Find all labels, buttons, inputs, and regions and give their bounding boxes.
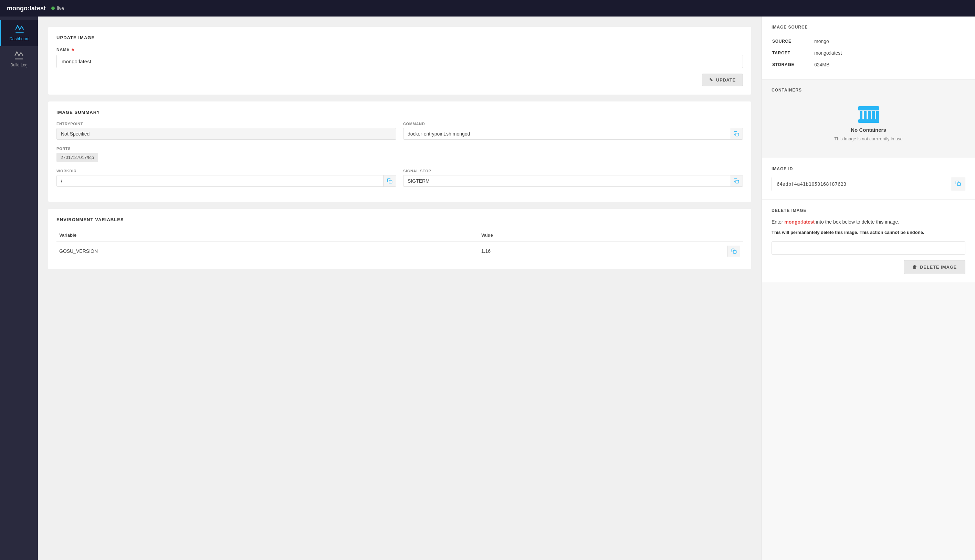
entrypoint-field: ENTRYPOINT Not Specified xyxy=(57,122,396,140)
delete-image-button[interactable]: 🗑 DELETE IMAGE xyxy=(904,260,965,274)
signal-stop-field: SIGNAL STOP SIGTERM xyxy=(403,169,743,187)
sidebar-item-build-log[interactable]: Build Log xyxy=(0,46,38,72)
source-value: mongo:latest xyxy=(814,47,965,58)
source-row: STORAGE 624MB xyxy=(772,59,965,70)
delete-warning: This will permanantely delete this image… xyxy=(771,229,965,236)
image-id-copy-button[interactable] xyxy=(951,177,965,191)
trash-icon: 🗑 xyxy=(912,265,917,270)
image-id-title: IMAGE ID xyxy=(771,167,965,171)
containers-title: CONTAINERS xyxy=(771,88,965,93)
source-label: STORAGE xyxy=(772,59,814,70)
build-log-icon xyxy=(14,51,24,60)
name-label: NAME ★ xyxy=(57,47,743,52)
name-input[interactable] xyxy=(57,55,743,68)
svg-rect-12 xyxy=(858,119,879,123)
delete-image-name: mongo:latest xyxy=(784,219,814,225)
workdir-label: WORKDIR xyxy=(57,169,396,173)
left-panel: UPDATE IMAGE NAME ★ ✎ UPDATE IMAGE SUMMA… xyxy=(38,17,761,560)
col-value: Value xyxy=(478,229,743,242)
signal-stop-label: SIGNAL STOP xyxy=(403,169,743,173)
svg-rect-3 xyxy=(389,180,392,183)
source-value: mongo xyxy=(814,36,965,47)
env-variables-section: ENVIRONMENT VARIABLES Variable Value GOS… xyxy=(48,209,751,269)
workdir-value-box: / xyxy=(57,175,396,187)
signal-stop-copy-button[interactable] xyxy=(730,175,743,187)
copy-icon xyxy=(731,248,737,254)
entrypoint-value: Not Specified xyxy=(57,128,396,140)
workdir-value: / xyxy=(57,175,383,187)
delete-confirm-input[interactable] xyxy=(771,242,965,255)
ports-section: PORTS 27017:27017/tcp xyxy=(57,147,743,162)
right-panel: IMAGE SOURCE SOURCE mongo TARGET mongo:l… xyxy=(761,17,975,560)
image-source-section: IMAGE SOURCE SOURCE mongo TARGET mongo:l… xyxy=(762,17,975,80)
copy-icon xyxy=(734,178,739,184)
page-title: mongo:latest xyxy=(7,5,46,12)
signal-stop-value: SIGTERM xyxy=(403,175,730,187)
sidebar: Dashboard Build Log xyxy=(0,17,38,560)
content-area: UPDATE IMAGE NAME ★ ✎ UPDATE IMAGE SUMMA… xyxy=(38,17,975,560)
entrypoint-command-grid: ENTRYPOINT Not Specified COMMAND docker-… xyxy=(57,122,743,140)
source-row: TARGET mongo:latest xyxy=(772,47,965,58)
env-table: Variable Value GOSU_VERSION 1.16 xyxy=(57,229,743,261)
delete-desc-suffix: into the box below to delete this image. xyxy=(814,219,899,225)
workdir-signal-grid: WORKDIR / SIGNAL STOP xyxy=(57,169,743,187)
svg-rect-2 xyxy=(736,133,739,136)
table-row: GOSU_VERSION 1.16 xyxy=(57,242,743,261)
live-label: live xyxy=(57,5,64,11)
dashboard-icon xyxy=(15,25,25,34)
command-value-box: docker-entrypoint.sh mongod xyxy=(403,128,743,140)
image-summary-title: IMAGE SUMMARY xyxy=(57,110,743,115)
workdir-copy-button[interactable] xyxy=(383,175,396,187)
topbar: mongo:latest live xyxy=(0,0,975,17)
env-variables-title: ENVIRONMENT VARIABLES xyxy=(57,217,743,222)
svg-rect-6 xyxy=(858,106,879,110)
update-image-title: UPDATE IMAGE xyxy=(57,35,743,40)
command-value: docker-entrypoint.sh mongod xyxy=(403,128,730,139)
col-variable: Variable xyxy=(57,229,478,242)
required-star: ★ xyxy=(71,47,75,52)
update-icon: ✎ xyxy=(709,77,713,83)
source-row: SOURCE mongo xyxy=(772,36,965,47)
svg-rect-5 xyxy=(733,250,736,253)
copy-icon xyxy=(387,178,393,184)
delete-description: Enter mongo:latest into the box below to… xyxy=(771,218,965,226)
image-id-box: 64adbf4a41b1050168f87623 xyxy=(771,177,965,191)
env-value-cell: 1.16 xyxy=(481,246,740,257)
source-table: SOURCE mongo TARGET mongo:latest STORAGE… xyxy=(771,35,965,71)
svg-rect-4 xyxy=(736,180,739,183)
ports-label: PORTS xyxy=(57,147,743,151)
env-value: 1.16 xyxy=(481,248,727,254)
no-containers: No Containers This image is not currrren… xyxy=(771,98,965,150)
no-containers-subtitle: This image is not currrrently in use xyxy=(834,136,903,142)
delete-desc-prefix: Enter xyxy=(771,219,784,225)
containers-section: CONTAINERS No Containers This image is n… xyxy=(762,80,975,158)
source-label: SOURCE xyxy=(772,36,814,47)
copy-icon xyxy=(955,181,961,186)
command-copy-button[interactable] xyxy=(730,128,743,139)
image-source-title: IMAGE SOURCE xyxy=(771,25,965,30)
no-containers-title: No Containers xyxy=(851,127,886,133)
svg-rect-13 xyxy=(957,183,960,186)
containers-empty-icon xyxy=(858,106,879,123)
delete-image-section: DELETE IMAGE Enter mongo:latest into the… xyxy=(762,200,975,282)
main-layout: Dashboard Build Log UPDATE IMAGE NAME ★ xyxy=(0,17,975,560)
copy-icon xyxy=(734,131,739,137)
update-button[interactable]: ✎ UPDATE xyxy=(702,73,743,86)
live-status: live xyxy=(51,5,64,11)
entrypoint-label: ENTRYPOINT xyxy=(57,122,396,126)
command-label: COMMAND xyxy=(403,122,743,126)
image-summary-section: IMAGE SUMMARY ENTRYPOINT Not Specified C… xyxy=(48,102,751,202)
update-image-section: UPDATE IMAGE NAME ★ ✎ UPDATE xyxy=(48,27,751,95)
env-variable-name: GOSU_VERSION xyxy=(57,242,478,261)
image-id-section: IMAGE ID 64adbf4a41b1050168f87623 xyxy=(762,158,975,200)
workdir-field: WORKDIR / xyxy=(57,169,396,187)
image-id-value: 64adbf4a41b1050168f87623 xyxy=(772,178,951,190)
env-copy-button[interactable] xyxy=(727,246,740,257)
sidebar-item-dashboard-label: Dashboard xyxy=(9,37,30,41)
port-tag: 27017:27017/tcp xyxy=(57,153,98,162)
source-value: 624MB xyxy=(814,59,965,70)
sidebar-item-dashboard[interactable]: Dashboard xyxy=(0,20,38,46)
delete-image-title: DELETE IMAGE xyxy=(771,208,965,213)
sidebar-item-build-log-label: Build Log xyxy=(10,63,28,67)
signal-stop-value-box: SIGTERM xyxy=(403,175,743,187)
